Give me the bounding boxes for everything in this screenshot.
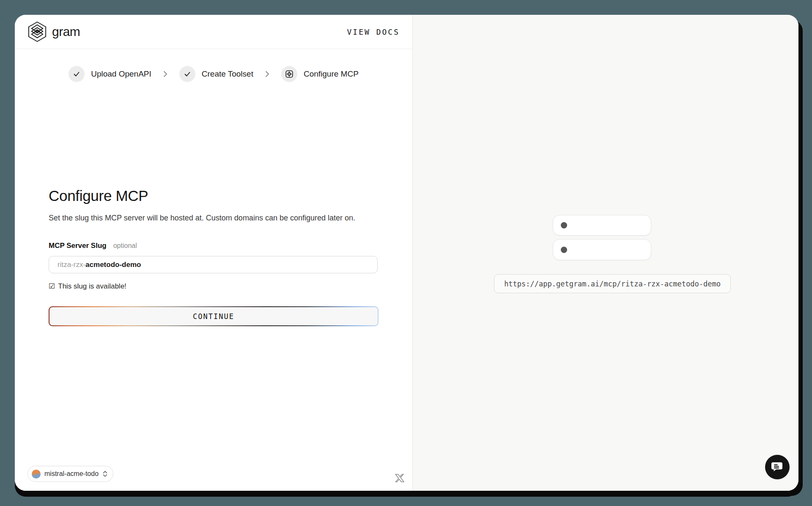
x-social-link[interactable] xyxy=(395,473,405,483)
left-panel: gram VIEW DOCS Upload OpenAPI Create Too… xyxy=(15,15,412,491)
step-circle-done xyxy=(69,66,85,82)
chat-bubble-placeholder-2 xyxy=(553,239,651,260)
view-docs-link[interactable]: VIEW DOCS xyxy=(347,28,400,36)
step-configure-mcp: Configure MCP xyxy=(281,66,359,82)
configure-gear-icon xyxy=(285,69,294,79)
step-circle-done xyxy=(179,66,195,82)
bubble-dot xyxy=(561,247,567,253)
slug-optional-label: optional xyxy=(113,242,137,250)
header: gram VIEW DOCS xyxy=(15,15,412,49)
mcp-slug-input[interactable]: ritza-rzx-acmetodo-demo xyxy=(49,256,378,273)
speech-bubble-icon xyxy=(771,461,784,473)
slug-prefix: ritza-rzx- xyxy=(58,261,85,269)
chevron-right-icon xyxy=(263,71,271,77)
mcp-url-preview: https://app.getgram.ai/mcp/ritza-rzx-acm… xyxy=(494,274,731,293)
up-down-chevrons-icon xyxy=(102,470,108,478)
stepper: Upload OpenAPI Create Toolset xyxy=(15,66,412,82)
x-logo-icon xyxy=(395,473,404,483)
brand-name: gram xyxy=(52,25,80,39)
slug-value: acmetodo-demo xyxy=(85,261,141,269)
check-icon xyxy=(184,70,191,78)
step-label: Configure MCP xyxy=(304,69,359,79)
slug-label: MCP Server Slug xyxy=(49,242,107,250)
continue-button[interactable]: CONTINUE xyxy=(49,306,379,326)
main-card: gram VIEW DOCS Upload OpenAPI Create Too… xyxy=(15,15,798,491)
step-create-toolset: Create Toolset xyxy=(179,66,253,82)
project-selector[interactable]: mistral-acme-todo xyxy=(27,466,113,482)
project-selector-value: mistral-acme-todo xyxy=(44,470,99,478)
step-label: Create Toolset xyxy=(202,69,253,79)
gram-logo-icon xyxy=(27,21,47,42)
continue-button-label: CONTINUE xyxy=(49,307,378,325)
check-icon xyxy=(73,70,80,78)
chat-bubble-placeholder-1 xyxy=(553,215,651,236)
step-circle-current xyxy=(281,66,297,82)
right-panel: https://app.getgram.ai/mcp/ritza-rzx-acm… xyxy=(412,15,798,491)
slug-label-row: MCP Server Slug optional xyxy=(49,242,137,250)
slug-available-status: ☑ This slug is available! xyxy=(49,282,126,291)
app-background: { "app": { "brand": "gram", "view_docs_l… xyxy=(0,0,812,506)
project-avatar xyxy=(32,470,41,478)
bubble-dot xyxy=(561,222,567,228)
chevron-right-icon xyxy=(162,71,169,77)
page-title: Configure MCP xyxy=(49,187,148,204)
step-upload-openapi: Upload OpenAPI xyxy=(69,66,151,82)
page-subtitle: Set the slug this MCP server will be hos… xyxy=(49,214,355,223)
slug-status-text: This slug is available! xyxy=(58,282,126,291)
chat-widget-button[interactable] xyxy=(765,455,790,479)
step-label: Upload OpenAPI xyxy=(91,69,151,79)
checkbox-checked-icon: ☑ xyxy=(49,282,55,291)
